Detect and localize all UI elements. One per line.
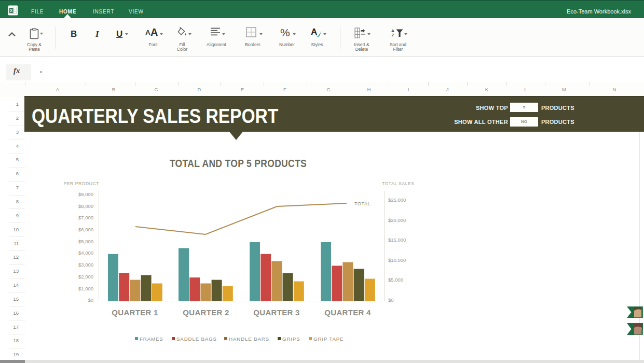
svg-text:$8,000: $8,000	[78, 203, 93, 209]
svg-text:HANDLE BARS: HANDLE BARS	[229, 336, 269, 342]
svg-text:QUARTER 1: QUARTER 1	[112, 308, 158, 317]
svg-text:$3,000: $3,000	[78, 262, 93, 268]
svg-text:$25,000: $25,000	[388, 197, 406, 203]
svg-text:PER PRODUCT: PER PRODUCT	[64, 181, 99, 186]
svg-text:$9,000: $9,000	[78, 191, 93, 197]
svg-text:$20,000: $20,000	[388, 217, 406, 223]
svg-text:$0: $0	[388, 297, 394, 303]
svg-text:QUARTER 2: QUARTER 2	[183, 308, 229, 317]
svg-text:GRIPS: GRIPS	[282, 336, 300, 342]
svg-text:TOTAL: TOTAL	[354, 201, 371, 206]
svg-text:$1,000: $1,000	[78, 286, 93, 291]
svg-text:GRIP TAPE: GRIP TAPE	[313, 336, 344, 342]
svg-text:SADDLE BAGS: SADDLE BAGS	[176, 336, 217, 342]
svg-text:$0: $0	[88, 297, 93, 303]
svg-text:$5,000: $5,000	[78, 239, 93, 244]
svg-text:QUARTER 3: QUARTER 3	[253, 308, 299, 317]
svg-text:QUARTER 4: QUARTER 4	[324, 308, 371, 317]
svg-text:$2,000: $2,000	[78, 274, 93, 280]
svg-text:$15,000: $15,000	[388, 237, 406, 243]
svg-text:$10,000: $10,000	[388, 257, 406, 263]
svg-text:$5,000: $5,000	[388, 277, 403, 283]
svg-text:$6,000: $6,000	[78, 227, 93, 232]
svg-text:TOTAL AND TOP 5 PRODUCTS: TOTAL AND TOP 5 PRODUCTS	[170, 158, 307, 170]
svg-text:$4,000: $4,000	[78, 250, 93, 256]
svg-text:$7,000: $7,000	[78, 215, 93, 220]
svg-text:FRAMES: FRAMES	[140, 336, 163, 342]
svg-text:TOTAL SALES: TOTAL SALES	[382, 181, 415, 186]
